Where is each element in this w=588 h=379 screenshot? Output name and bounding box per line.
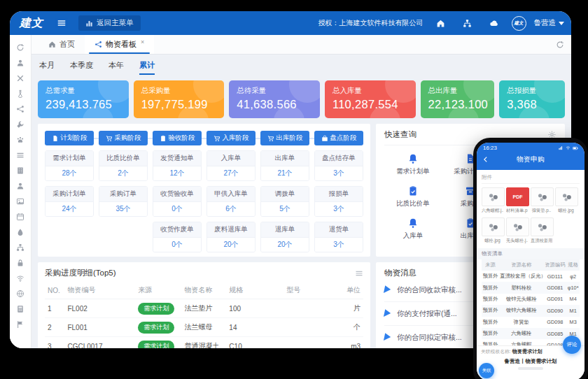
subtab-本年[interactable]: 本年 [108, 60, 124, 75]
stage-header[interactable]: 验收阶段 [153, 131, 202, 145]
list-icon[interactable] [355, 269, 363, 278]
stage-item-count[interactable]: 3个 [315, 201, 363, 216]
globe-icon[interactable] [13, 287, 27, 300]
flask-icon[interactable] [13, 87, 27, 100]
table-row[interactable]: 2FL001需求计划法兰螺母14个 [45, 318, 363, 337]
subtab-本月[interactable]: 本月 [39, 60, 55, 75]
kpi-card-2[interactable]: 总采购量197,775.199 [134, 80, 225, 118]
close-icon[interactable] [13, 71, 27, 85]
link-button[interactable]: 关联 [479, 363, 494, 378]
stage-item[interactable]: 废料退库单20个 [206, 222, 255, 252]
comment-button[interactable]: 评论 [563, 336, 581, 354]
subtab-本季度[interactable]: 本季度 [70, 60, 93, 75]
refresh-icon[interactable] [556, 41, 564, 49]
clipboard-icon [407, 185, 419, 196]
close-icon[interactable]: × [141, 38, 144, 45]
stage-item[interactable]: 调拨单5个 [260, 186, 309, 217]
quick-query-需求计划单[interactable]: 需求计划单 [384, 148, 442, 180]
stage-item[interactable]: 比质比价单2个 [99, 150, 148, 181]
stage-item-count[interactable]: 27个 [207, 166, 255, 180]
kpi-card-4[interactable]: 总入库量110,287.554 [325, 80, 416, 118]
stage-item[interactable]: 退货单3个 [314, 222, 363, 252]
stage-item[interactable]: 退库单20个 [260, 222, 309, 252]
stage-header[interactable]: 采购阶段 [99, 131, 148, 145]
calculator-icon[interactable] [13, 302, 27, 315]
table-row[interactable]: 1FL002需求计划法兰垫片100片 [45, 299, 363, 318]
stage-item[interactable]: 发货通知单12个 [153, 150, 202, 181]
drop-icon[interactable] [13, 225, 27, 238]
stage-item-count[interactable]: 12个 [153, 166, 201, 180]
stage-item-count[interactable]: 21个 [261, 166, 309, 180]
user-icon[interactable] [13, 56, 27, 69]
hamburger-menu-icon[interactable] [57, 18, 66, 28]
stage-item[interactable]: 采购计划单24个 [45, 186, 94, 217]
attachment-thumbnail[interactable]: PDF材料清单.p.. [506, 187, 528, 214]
phone-table-row[interactable]: 预算外直漂校套用（反光）GD111φ2 [482, 271, 580, 282]
phone-table-row[interactable]: 预算外镀锌元头螺栓GD091M4 [482, 294, 580, 305]
stage-item-count[interactable]: 3个 [315, 237, 363, 252]
stage-item[interactable]: 出库单21个 [260, 150, 309, 181]
attachment-thumbnail[interactable]: 螺栓.jpg [555, 187, 577, 214]
stage-item[interactable]: 收货验收单0个 [153, 186, 202, 217]
refresh-icon[interactable] [13, 41, 27, 54]
kpi-card-3[interactable]: 总待采量41,638.566 [229, 80, 320, 118]
stage-item-count[interactable]: 28个 [46, 166, 93, 180]
phone-table-row[interactable]: 预算外塑料栓校GD081φ10* [482, 282, 580, 293]
kpi-card-6[interactable]: 总报损量3,368 [499, 80, 565, 118]
stage-item-count[interactable]: 2个 [99, 166, 147, 180]
chevron-left-icon[interactable] [482, 156, 489, 163]
stage-item[interactable]: 盘点结存单3个 [314, 150, 363, 181]
tab-material-board[interactable]: 物资看板 × [85, 35, 154, 54]
org-chart-icon[interactable] [463, 19, 472, 28]
share-icon[interactable] [13, 102, 27, 115]
user-menu[interactable]: 鲁营造 [534, 18, 565, 28]
stage-item[interactable]: 收货作废单0个 [153, 222, 202, 252]
stage-item-count[interactable]: 0个 [153, 237, 201, 252]
attachment-thumbnail[interactable]: 六角螺帽.j.. [482, 187, 503, 214]
stage-item-count[interactable]: 20个 [207, 237, 255, 252]
stage-header[interactable]: 出库阶段 [260, 131, 309, 145]
kpi-card-1[interactable]: 总需求量239,413.765 [38, 80, 129, 118]
stage-item-count[interactable]: 3个 [315, 166, 363, 180]
stage-header[interactable]: 盘点阶段 [314, 131, 363, 145]
flag-icon[interactable] [13, 317, 27, 331]
attachment-thumbnail[interactable]: 螺栓.jpg [482, 217, 503, 244]
subtab-累计[interactable]: 累计 [139, 60, 155, 75]
stage-header[interactable]: 入库阶段 [206, 131, 255, 145]
stage-item[interactable]: 入库单27个 [206, 150, 255, 181]
stage-item-count[interactable]: 35个 [99, 201, 147, 216]
quick-query-入库单[interactable]: 入库单 [384, 213, 442, 245]
stage-item[interactable]: 甲供入库单6个 [206, 186, 255, 217]
attachment-thumbnail[interactable]: 弹簧垫.p.. [531, 187, 552, 214]
calendar-icon[interactable] [13, 210, 27, 223]
kpi-card-5[interactable]: 总出库量22,123.100 [421, 80, 495, 118]
paw-icon[interactable] [13, 133, 27, 146]
stage-item-count[interactable]: 24个 [46, 201, 93, 216]
tab-home[interactable]: 首页 [38, 35, 85, 54]
cloud-icon[interactable] [489, 18, 499, 28]
back-to-main-menu-button[interactable]: 返回主菜单 [78, 15, 141, 31]
building-icon[interactable] [13, 164, 27, 177]
stage-item-count[interactable]: 0个 [153, 201, 201, 216]
stage-item-count[interactable]: 20个 [261, 237, 309, 252]
stage-item[interactable]: 需求计划单28个 [45, 150, 94, 181]
attachment-thumbnail[interactable]: 无头螺栓.j.. [506, 217, 528, 244]
stage-item[interactable]: 采购订单35个 [99, 186, 148, 217]
wifi-icon[interactable] [13, 271, 27, 285]
stage-header[interactable]: 计划阶段 [45, 131, 94, 145]
stage-item-count[interactable]: 6个 [207, 201, 255, 216]
tool-icon[interactable] [13, 117, 27, 131]
phone-table-row[interactable]: 预算外弹簧垫GD098M3 [482, 317, 580, 328]
stage-item[interactable]: 报损单3个 [314, 186, 363, 217]
table-row[interactable]: 3CGCL0017需求计划普通混凝土C10m3 [45, 337, 363, 349]
quick-query-比质比价单[interactable]: 比质比价单 [384, 180, 442, 213]
person-icon[interactable] [13, 179, 27, 192]
attachment-thumbnail[interactable]: 直漂校套用.. [531, 217, 552, 244]
stage-item-count[interactable]: 5个 [261, 201, 309, 216]
lock-icon[interactable] [13, 256, 27, 269]
home-icon[interactable] [436, 19, 445, 28]
phone-table-row[interactable]: 预算外镀锌六角螺栓GD090M1 [482, 305, 580, 316]
list-icon[interactable] [13, 148, 27, 162]
network-icon[interactable] [13, 241, 27, 254]
image-icon[interactable] [13, 194, 27, 208]
